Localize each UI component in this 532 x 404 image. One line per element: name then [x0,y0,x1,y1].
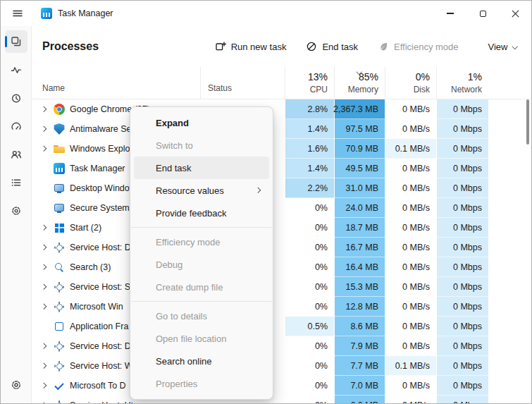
leaf-icon [378,41,389,52]
menu-separator [131,227,272,228]
expand-chevron[interactable] [42,107,54,111]
menu-item-label: Provide feedback [156,208,226,219]
process-name: Start (2) [70,223,101,233]
process-row[interactable]: Google Chrome (37) 2.8% 2,367.3 MB 0 MB/… [32,99,531,119]
processes-icon [11,36,22,47]
chevron-right-icon [41,403,47,403]
process-network-value: 0 Mbps [436,139,488,159]
gear-icon [54,360,65,372]
process-row[interactable]: Microsoft To D 0% 7.0 MB 0 MB/s 0 Mbps [32,376,531,396]
process-cpu-value: 0% [285,356,334,376]
titlebar: Task Manager [1,1,531,26]
process-name: Secure System [70,203,130,213]
sidebar-item-startup-apps[interactable] [5,115,27,137]
process-row[interactable]: Application Fra 0.5% 8.6 MB 0 MB/s 0 Mbp… [32,317,531,336]
menu-item-label: Properties [156,379,197,389]
process-row[interactable]: Service Host: D 0% 7.9 MB 0 MB/s 0 Mbps [32,336,531,356]
process-row[interactable]: Search (3) 0% 16.4 MB 0 MB/s 0 Mbps [32,257,531,277]
process-disk-value: 0 MB/s [385,297,436,317]
minimize-button[interactable] [434,1,466,26]
view-dropdown-button[interactable]: View [481,37,524,57]
process-cpu-value: 0% [285,218,334,238]
process-row[interactable]: Start (2) 0% 18.7 MB 0 MB/s 0 Mbps [32,218,531,238]
process-memory-value: 15.3 MB [334,277,385,297]
menu-item-search-online[interactable]: Search online [134,350,269,372]
process-name: Task Manager [70,164,125,173]
services-icon [11,205,22,216]
column-header-cpu[interactable]: 13% CPU [285,67,334,99]
hamburger-menu-button[interactable] [7,4,28,23]
expand-chevron[interactable] [42,265,54,269]
monitor-icon [54,202,65,214]
sidebar-item-processes[interactable] [5,30,27,53]
column-header-memory[interactable]: 85% Memory [334,67,385,99]
folder-icon [54,143,65,154]
maximize-button[interactable] [466,1,499,26]
menu-item-expand[interactable]: Expand [134,111,269,134]
sidebar-item-settings[interactable] [5,374,27,396]
run-new-task-button[interactable]: Run new task [207,36,295,57]
end-task-icon [306,41,317,52]
sidebar-item-details[interactable] [5,171,27,194]
process-disk-value: 0 MB/s [385,396,436,403]
process-network-value: 0 Mbps [436,317,488,336]
menu-item-resource-values[interactable]: Resource values [134,179,269,202]
menu-item-label: Open file location [156,333,226,344]
process-network-value: 0 Mbps [436,218,488,238]
expand-chevron[interactable] [42,285,54,289]
sidebar-item-services[interactable] [5,200,27,222]
chevron-right-icon [41,383,47,388]
process-row[interactable]: Windows Explorer 1.6% 70.9 MB 0.1 MB/s 0… [32,139,531,159]
column-header-status[interactable]: Status [200,67,285,99]
process-name: Service Host: D [70,341,131,351]
scrollbar-thumb[interactable] [526,99,529,145]
process-row[interactable]: Microsoft Win 0% 12.8 MB 0 MB/s 0 Mbps [32,297,531,317]
process-row[interactable]: Antimalware Service Executable 1.4% 97.5… [32,119,531,139]
menu-item-label: Resource values [156,185,224,196]
process-cpu-value: 0% [285,336,334,356]
sidebar-item-app-history[interactable] [5,87,27,109]
column-header-network[interactable]: 1% Network [436,67,488,99]
column-header-disk[interactable]: 0% Disk [385,67,436,99]
chrome-icon [54,104,65,115]
process-row[interactable]: Service Host: D 0% 16.7 MB 0 MB/s 0 Mbps [32,238,531,257]
column-header-name[interactable]: Name [32,67,200,99]
expand-chevron[interactable] [42,226,54,230]
process-row[interactable]: Service Host: S 0% 15.3 MB 0 MB/s 0 Mbps [32,277,531,297]
gear-icon [54,281,65,293]
process-row[interactable]: Service Host: W 0% 7.7 MB 0.1 MB/s 0 Mbp… [32,356,531,376]
sidebar-item-performance[interactable] [5,59,27,81]
task-manager-window: Task Manager [0,0,532,404]
end-task-button[interactable]: End task [298,36,366,57]
expand-chevron[interactable] [42,305,54,309]
gear-icon [54,301,65,312]
expand-chevron[interactable] [42,245,54,250]
process-network-value: 0 Mbps [436,99,488,119]
process-row[interactable]: Task Manager 1.4% 49.5 MB 0 MB/s 0 Mbps [32,159,531,178]
expand-chevron[interactable] [42,344,54,348]
app-icon [41,8,52,19]
sidebar-item-users[interactable] [5,143,27,166]
expand-chevron[interactable] [42,364,54,368]
process-name: Microsoft To D [70,381,126,391]
submenu-chevron-icon [254,188,260,193]
process-row[interactable]: Service Host: Ut 0% 6.0 MB 0 MB/s 0 Mbps [32,396,531,403]
menu-item-end-task[interactable]: End task [134,157,269,179]
close-button[interactable] [499,1,531,26]
chevron-right-icon [41,304,47,310]
process-cpu-value: 0.5% [285,317,334,336]
expand-chevron[interactable] [42,127,54,131]
process-row[interactable]: Desktop Window Manager 2.2% 31.0 MB 0 MB… [32,178,531,198]
expand-chevron[interactable] [42,147,54,151]
search-icon [54,262,65,273]
network-total-percent: 1% [468,71,482,82]
windows-icon [54,222,65,233]
process-row[interactable]: Secure System 0% 24.0 MB 0 MB/s 0 Mbps [32,198,531,218]
menu-item-provide-feedback[interactable]: Provide feedback [134,202,269,224]
process-memory-value: 16.4 MB [334,257,385,277]
expand-chevron[interactable] [42,384,54,388]
process-cpu-value: 2.8% [285,99,334,119]
chevron-right-icon [41,363,47,369]
hamburger-icon [12,8,23,19]
process-disk-value: 0 MB/s [385,119,436,139]
